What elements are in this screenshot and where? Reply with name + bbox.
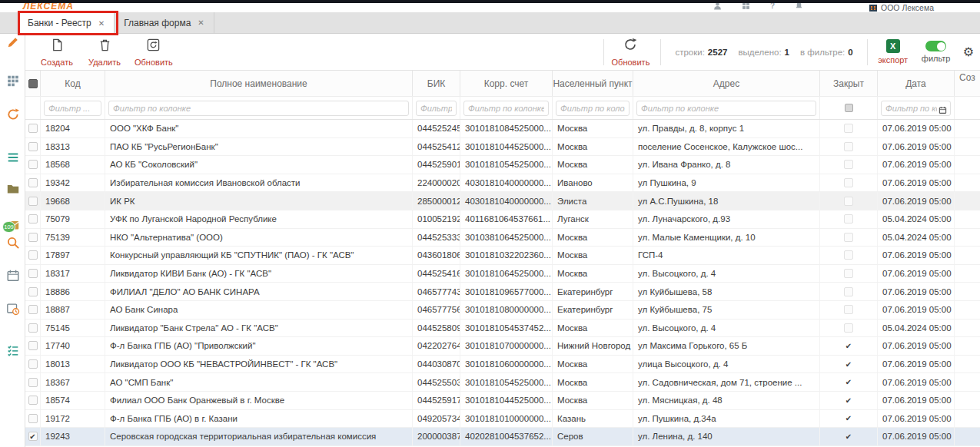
cell-date: 07.06.2019 05:00	[878, 156, 955, 174]
apps-icon[interactable]	[742, 3, 750, 12]
table-row[interactable]: 19243 Серовская городская территориальна…	[25, 428, 980, 446]
row-checkbox[interactable]	[28, 124, 38, 133]
filter-city-input[interactable]	[556, 101, 630, 116]
schedule-clock-icon[interactable]	[6, 302, 20, 316]
refresh-circle-icon	[623, 37, 638, 55]
edit-pencil-icon[interactable]	[6, 35, 20, 49]
cell-address: ГСП-4	[633, 247, 820, 264]
tab-close-icon[interactable]: ✕	[198, 18, 204, 27]
company-name[interactable]: ООО Лексема	[869, 3, 934, 12]
cell-partial	[955, 265, 980, 283]
table-row[interactable]: 75145 Ликвидатор "Банк Стрела" АО - ГК "…	[25, 320, 980, 338]
user-icon[interactable]	[713, 3, 722, 12]
table-row[interactable]: 18013 Ликвидатор ООО КБ "НЕВАСТРОЙИНВЕСТ…	[25, 356, 980, 374]
cell-partial	[955, 410, 980, 428]
filter-closed-checkbox[interactable]	[845, 104, 853, 112]
row-checkbox[interactable]	[28, 214, 38, 224]
create-button[interactable]: Создать	[39, 38, 75, 67]
calendar-icon[interactable]	[6, 269, 20, 283]
search-icon[interactable]	[6, 236, 20, 250]
table-row[interactable]: 18317 Ликвидатор КИВИ Банк (АО) - ГК "АС…	[25, 265, 980, 283]
checklist-icon[interactable]	[6, 343, 20, 357]
menu-list-icon[interactable]	[6, 151, 20, 164]
column-header-partial[interactable]: Соз	[955, 71, 980, 96]
row-checkbox[interactable]	[28, 432, 38, 441]
row-checkbox[interactable]	[28, 160, 38, 169]
row-checkbox[interactable]	[28, 359, 38, 369]
filter-toggle[interactable]: фильтр	[919, 41, 954, 63]
filter-address-input[interactable]	[636, 101, 816, 116]
table-row[interactable]: 19342 Избирательная комиссия Ивановской …	[25, 174, 980, 193]
column-header-name[interactable]: Полное наименование	[105, 71, 413, 96]
column-header-closed[interactable]: Закрыт	[820, 71, 878, 96]
table-row[interactable]: 18887 АО Банк Синара 046577756 301018108…	[25, 301, 980, 320]
cell-address: ул Максима Горького, 65 Б	[633, 337, 820, 355]
table-row[interactable]: 19172 Ф-л Банка ГПБ (АО) в г. Казани 049…	[25, 410, 980, 429]
row-checkbox[interactable]	[28, 233, 38, 242]
cell-address: ул Куйбышева, 58	[633, 283, 820, 300]
cell-bik: 044030870	[413, 356, 460, 373]
column-header-city[interactable]: Населенный пункт	[553, 71, 633, 96]
cell-corr-account: 3010181084525000...	[460, 120, 553, 137]
row-checkbox[interactable]	[28, 414, 38, 423]
table-row[interactable]: 19668 ИК РК 285000012 4030181040000000..…	[25, 192, 980, 210]
table-row[interactable]: 18313 ПАО КБ "РусьРегионБанк" 044525412 …	[25, 138, 980, 157]
cell-partial	[955, 138, 980, 156]
row-checkbox[interactable]	[28, 250, 38, 260]
table-row[interactable]: 18367 АО "СМП Банк" 044525503 3010181054…	[25, 373, 980, 392]
cell-bik: 049205734	[413, 410, 460, 428]
tab-banks-registry[interactable]: Банки - Реестр ✕	[18, 12, 115, 33]
closed-checkbox	[844, 197, 853, 206]
gear-icon[interactable]: ⚙	[963, 45, 974, 59]
row-checkbox[interactable]	[28, 323, 38, 333]
row-checkbox[interactable]	[28, 378, 38, 387]
filter-bik-input[interactable]	[416, 101, 457, 116]
delete-button[interactable]: Удалить	[87, 38, 122, 67]
notifications-icon[interactable]	[795, 3, 803, 12]
column-header-date[interactable]: Дата	[878, 71, 955, 96]
export-excel-button[interactable]: X экспорт	[875, 39, 911, 65]
row-checkbox[interactable]	[28, 396, 38, 405]
row-checkbox[interactable]	[28, 178, 38, 187]
header-icons: ?	[713, 3, 803, 12]
table-row[interactable]: 17897 Конкурсный управляющий КБ "СПУТНИК…	[25, 247, 980, 265]
cell-full-name: Серовская городская территориальная изби…	[105, 428, 413, 445]
table-row[interactable]: 18886 ФИЛИАЛ "ДЕЛО" АО БАНК СИНАРА 04657…	[25, 283, 980, 301]
sync-icon[interactable]	[6, 108, 20, 121]
cell-code: 18204	[41, 120, 105, 137]
cell-full-name: НКО "Альтернатива" (ООО)	[105, 229, 413, 247]
row-checkbox[interactable]	[28, 197, 38, 206]
tab-close-icon[interactable]: ✕	[98, 19, 105, 28]
filter-name-input[interactable]	[108, 101, 409, 116]
table-row[interactable]: 18568 АО КБ "Соколовский" 044525901 3010…	[25, 156, 980, 174]
help-icon[interactable]: ?	[770, 3, 775, 12]
row-checkbox[interactable]	[28, 142, 38, 151]
cell-date: 05.04.2024 05:00	[878, 210, 955, 228]
table-row[interactable]: 75079 УФК по Луганской Народной Республи…	[25, 210, 980, 229]
row-checkbox[interactable]	[28, 341, 38, 350]
column-header-account[interactable]: Корр. счет	[460, 71, 553, 96]
apps-grid-icon[interactable]	[6, 74, 20, 88]
row-checkbox[interactable]	[28, 305, 38, 314]
refresh-grid-button[interactable]: Обновить	[612, 37, 650, 67]
refresh-form-button[interactable]: Обновить	[135, 38, 173, 67]
table-row[interactable]: 75139 НКО "Альтернатива" (ООО) 044525333…	[25, 229, 980, 247]
cell-city: Луганск	[553, 210, 633, 228]
cell-corr-account: 3010181044525000...	[460, 138, 553, 156]
filter-account-input[interactable]	[463, 101, 549, 116]
column-header-code[interactable]: Код	[41, 71, 105, 96]
column-header-bik[interactable]: БИК	[413, 71, 460, 96]
folder-icon[interactable]	[6, 182, 20, 196]
select-all-checkbox[interactable]	[28, 79, 38, 88]
row-checkbox[interactable]	[28, 269, 38, 278]
table-row[interactable]: 18204 ООО "ХКФ Банк" 044525245 301018108…	[25, 120, 980, 138]
cell-full-name: Ф-л Банка ГПБ (АО) "Приволжский"	[105, 337, 413, 355]
column-header-address[interactable]: Адрес	[633, 71, 820, 96]
table-row[interactable]: 18574 Филиал ООО Банк Оранжевый в г. Мос…	[25, 392, 980, 410]
toggle-switch-icon[interactable]	[925, 41, 946, 51]
calendar-picker-icon[interactable]	[938, 104, 947, 118]
tab-main-form[interactable]: Главная форма ✕	[115, 12, 214, 33]
table-row[interactable]: 17740 Ф-л Банка ГПБ (АО) "Приволжский" 0…	[25, 337, 980, 356]
row-checkbox[interactable]	[28, 287, 38, 296]
filter-code-input[interactable]	[44, 101, 101, 116]
